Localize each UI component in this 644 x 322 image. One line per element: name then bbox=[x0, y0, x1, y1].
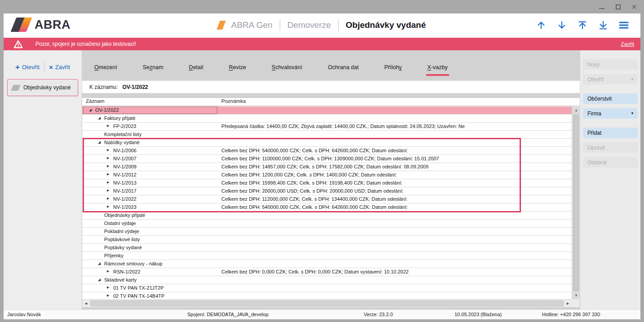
open-agenda-button[interactable]: + Otevřít bbox=[15, 64, 40, 71]
collapsed-icon[interactable]: ▶ bbox=[107, 180, 113, 184]
tab-p-lohy[interactable]: Přílohy bbox=[384, 64, 402, 72]
maximize-icon[interactable] bbox=[614, 3, 622, 10]
ob-erstvit-button[interactable]: Občerstvit bbox=[583, 93, 638, 104]
scroll-up-icon[interactable]: ▲ bbox=[572, 106, 580, 114]
warning-banner: Pozor, spojení je označeno jako testovac… bbox=[4, 38, 640, 50]
collapsed-icon[interactable]: ▶ bbox=[107, 148, 113, 152]
record-label: Poptávky vydané bbox=[104, 245, 142, 250]
minimize-icon[interactable] bbox=[598, 3, 605, 10]
expanded-icon[interactable]: ◢ bbox=[98, 261, 104, 265]
horizontal-scrollbar[interactable]: ◀ ▶ bbox=[82, 299, 572, 307]
tree-row-nab-dky-vydan[interactable]: ◢Nabídky vydané bbox=[82, 139, 572, 147]
tree-row-ov-1-2022[interactable]: ◢OV-1/2022 bbox=[82, 106, 572, 115]
tree-row-nv-1-2009[interactable]: ▶NV-1/2009Celkem bez DPH: 14857,000 CZK;… bbox=[82, 163, 572, 171]
otev-t-button: Otevřít▼ bbox=[583, 74, 638, 84]
collapsed-icon[interactable]: ▶ bbox=[107, 164, 113, 168]
banner-close-link[interactable]: Zavřít bbox=[621, 41, 634, 47]
collapsed-icon[interactable]: ▶ bbox=[107, 156, 113, 160]
column-header-zaznam[interactable]: Záznam bbox=[86, 98, 105, 104]
move-last-icon[interactable] bbox=[597, 19, 609, 31]
move-up-icon[interactable] bbox=[535, 19, 547, 31]
scroll-down-icon[interactable]: ▼ bbox=[572, 291, 580, 299]
tab-omezen[interactable]: Omezení bbox=[94, 64, 117, 72]
tree-row-objedn-vky-p-ijat[interactable]: Objednávky přijaté bbox=[82, 212, 572, 220]
p-idat-button[interactable]: Přidat bbox=[583, 128, 638, 138]
tree-row-r-mcov-smlouvy-n-kup[interactable]: ◢Rámcové smlouvy - nákup bbox=[82, 260, 572, 268]
tree-row-nv-1-2022[interactable]: ▶NV-1/2022Celkem bez DPH: 112000,000 CZK… bbox=[82, 195, 572, 203]
dropdown-caret-icon[interactable]: ▼ bbox=[631, 111, 634, 115]
collapsed-icon[interactable]: ▶ bbox=[107, 204, 113, 208]
tree-row-pokladn-v-deje[interactable]: Pokladní výdeje bbox=[82, 228, 572, 236]
close-icon[interactable]: × bbox=[631, 3, 638, 10]
record-note: Celkem bez DPH: 540000,000 CZK; Celk. s … bbox=[221, 148, 408, 153]
expanded-icon[interactable]: ◢ bbox=[98, 115, 104, 120]
expanded-icon[interactable]: ◢ bbox=[89, 107, 95, 112]
tab-x-vazby[interactable]: X-vazby bbox=[428, 64, 448, 72]
move-first-icon[interactable] bbox=[577, 19, 588, 31]
left-panel: + Otevřít × Zavřít Objednávky vydané bbox=[4, 50, 82, 309]
record-bar-label: K záznamu: bbox=[89, 84, 118, 90]
tab-detail[interactable]: Detail bbox=[189, 64, 203, 72]
tree-row-fp-2-2023[interactable]: ▶FP-2/2023Předepsaná částka: 14400,00 CZ… bbox=[82, 123, 572, 131]
record-note: Celkem bez DPH: 0,000 CZK; Celk. s DPH: … bbox=[221, 269, 409, 274]
column-header-poznamka[interactable]: Poznámka bbox=[221, 98, 246, 104]
dropdown-caret-icon[interactable]: ▼ bbox=[631, 77, 634, 81]
record-note: Celkem bez DPH: 20000,000 USD; Celk. s D… bbox=[221, 188, 403, 194]
collapsed-icon[interactable]: ▶ bbox=[107, 172, 113, 176]
button-label: Opravit bbox=[587, 145, 605, 151]
status-user: Jaroslav Novák bbox=[4, 312, 44, 317]
collapsed-icon[interactable]: ▶ bbox=[107, 285, 113, 289]
tree-row-popt-vkov-listy[interactable]: Poptávkové listy bbox=[82, 236, 572, 244]
close-agenda-label: Zavřít bbox=[55, 64, 70, 71]
record-note: Celkem bez DPH: 540000,000 CZK; Celk. s … bbox=[221, 204, 408, 210]
tree-row-01-tv-pan-tx-21jt2p[interactable]: ▶01 TV PAN TX-21JT2P bbox=[82, 284, 572, 292]
tab-seznam[interactable]: Seznam bbox=[143, 64, 163, 72]
collapsed-icon[interactable]: ▶ bbox=[107, 124, 113, 128]
vertical-scroll-thumb[interactable] bbox=[573, 115, 579, 291]
button-spacer bbox=[583, 89, 638, 93]
scroll-left-icon[interactable]: ◀ bbox=[82, 300, 90, 307]
record-label: Poptávkové listy bbox=[104, 237, 140, 242]
divider bbox=[280, 19, 280, 31]
record-label: RSN-1/2022 bbox=[113, 269, 141, 274]
tree-row-kompleta-n-listy[interactable]: Kompletační listy bbox=[82, 131, 572, 139]
close-agenda-button[interactable]: × Zavřít bbox=[49, 64, 70, 71]
tree-row-nv-1-2012[interactable]: ▶NV-1/2012Celkem bez DPH: 1200,000 CZK; … bbox=[82, 171, 572, 179]
collapsed-icon[interactable]: ▶ bbox=[107, 269, 113, 273]
tree-row-nv-1-2006[interactable]: ▶NV-1/2006Celkem bez DPH: 540000,000 CZK… bbox=[82, 147, 572, 155]
expanded-icon[interactable]: ◢ bbox=[98, 277, 104, 282]
tree-row-ostatn-v-daje[interactable]: Ostatní výdaje bbox=[82, 220, 572, 228]
tab-bar: OmezeníSeznamDetailRevizeSchvalováníOchr… bbox=[82, 50, 580, 79]
tree-row-rsn-1-2022[interactable]: ▶RSN-1/2022Celkem bez DPH: 0,000 CZK; Ce… bbox=[82, 268, 572, 276]
record-label: NV-1/2012 bbox=[113, 172, 137, 177]
agenda-item-objednavky-vydane[interactable]: Objednávky vydané bbox=[7, 79, 78, 96]
record-label: Nabídky vydané bbox=[104, 140, 140, 145]
expanded-icon[interactable]: ◢ bbox=[98, 140, 104, 144]
move-down-icon[interactable] bbox=[556, 19, 568, 31]
tree-row-popt-vky-vydan[interactable]: Poptávky vydané bbox=[82, 244, 572, 252]
tree-row-p-jemky[interactable]: Příjemky bbox=[82, 252, 572, 260]
tree-row-nv-1-2007[interactable]: ▶NV-1/2007Celkem bez DPH: 1100000,000 CZ… bbox=[82, 155, 572, 163]
record-note: Celkem bez DPH: 15998,400 CZK; Celk. s D… bbox=[221, 180, 402, 185]
horizontal-scroll-thumb[interactable] bbox=[90, 300, 564, 306]
collapsed-icon[interactable]: ▶ bbox=[107, 188, 113, 192]
main-panel: OmezeníSeznamDetailRevizeSchvalováníOchr… bbox=[82, 50, 580, 309]
main-window: ABRA ABRA Gen Demoverze Objednávky vydan… bbox=[4, 13, 640, 319]
divider bbox=[338, 19, 339, 31]
tree-row-faktury-p-ijat[interactable]: ◢Faktury přijaté bbox=[82, 115, 572, 123]
collapsed-icon[interactable]: ▶ bbox=[107, 293, 113, 297]
menu-icon[interactable] bbox=[618, 19, 630, 31]
no-expand-spacer bbox=[98, 132, 104, 132]
button-label: Nový bbox=[587, 62, 600, 68]
firma-button[interactable]: Firma▼ bbox=[583, 108, 638, 119]
tree-row-nv-1-2017[interactable]: ▶NV-1/2017Celkem bez DPH: 20000,000 USD;… bbox=[82, 187, 572, 195]
collapsed-icon[interactable]: ▶ bbox=[107, 196, 113, 200]
tree-row-nv-1-2013[interactable]: ▶NV-1/2013Celkem bez DPH: 15998,400 CZK;… bbox=[82, 179, 572, 187]
scroll-right-icon[interactable]: ▶ bbox=[564, 300, 572, 307]
tree-row-nv-1-2023[interactable]: ▶NV-1/2023Celkem bez DPH: 540000,000 CZK… bbox=[82, 203, 572, 212]
vertical-scrollbar[interactable]: ▲ ▼ bbox=[572, 106, 580, 299]
tab-schvalov-n[interactable]: Schvalování bbox=[272, 64, 302, 72]
tab-ochrana-dat[interactable]: Ochrana dat bbox=[328, 64, 359, 72]
tab-revize[interactable]: Revize bbox=[229, 64, 246, 72]
tree-row-skladov-karty[interactable]: ◢Skladové karty bbox=[82, 276, 572, 284]
